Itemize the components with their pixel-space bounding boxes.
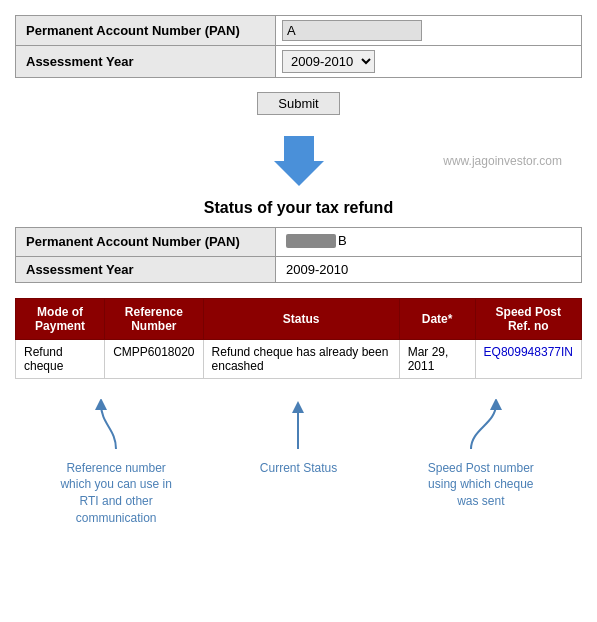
pan-label: Permanent Account Number (PAN) bbox=[16, 16, 276, 45]
pan-row: Permanent Account Number (PAN) bbox=[16, 16, 581, 46]
annotation-left-text: Reference number which you can use in RT… bbox=[56, 460, 176, 527]
pan-value-cell bbox=[276, 16, 581, 45]
annotation-section: Reference number which you can use in RT… bbox=[15, 399, 582, 527]
info-pan-row: Permanent Account Number (PAN) B bbox=[16, 228, 582, 257]
submit-row: Submit bbox=[15, 86, 582, 121]
info-pan-label: Permanent Account Number (PAN) bbox=[16, 228, 276, 257]
info-pan-value: B bbox=[276, 228, 582, 257]
annotation-right: Speed Post number using which cheque was… bbox=[390, 399, 572, 510]
table-header-row: Mode ofPayment ReferenceNumber Status Da… bbox=[16, 298, 582, 339]
col-status: Status bbox=[203, 298, 399, 339]
year-select[interactable]: 2009-2010 2008-2009 2010-2011 bbox=[282, 50, 375, 73]
info-table: Permanent Account Number (PAN) B Assessm… bbox=[15, 227, 582, 283]
down-arrow bbox=[274, 136, 324, 186]
cell-reference: CMPP6018020 bbox=[105, 339, 203, 378]
col-date: Date* bbox=[399, 298, 475, 339]
arrow-section: www.jagoinvestor.com bbox=[15, 131, 582, 191]
submit-button[interactable]: Submit bbox=[257, 92, 339, 115]
watermark: www.jagoinvestor.com bbox=[443, 154, 562, 168]
annotation-left: Reference number which you can use in RT… bbox=[25, 399, 207, 527]
arrow-head bbox=[274, 161, 324, 186]
info-year-row: Assessment Year 2009-2010 bbox=[16, 256, 582, 282]
pan-redacted: B bbox=[286, 233, 347, 248]
center-arrow bbox=[278, 399, 318, 452]
right-arrow bbox=[451, 399, 511, 452]
speedpost-link[interactable]: EQ809948377IN bbox=[484, 345, 573, 359]
refund-table: Mode ofPayment ReferenceNumber Status Da… bbox=[15, 298, 582, 379]
cell-status: Refund cheque has already been encashed bbox=[203, 339, 399, 378]
pan-input[interactable] bbox=[282, 20, 422, 41]
info-year-label: Assessment Year bbox=[16, 256, 276, 282]
table-row: Refund cheque CMPP6018020 Refund cheque … bbox=[16, 339, 582, 378]
status-heading: Status of your tax refund bbox=[15, 199, 582, 217]
col-mode: Mode ofPayment bbox=[16, 298, 105, 339]
pan-suffix: B bbox=[338, 233, 347, 248]
year-row: Assessment Year 2009-2010 2008-2009 2010… bbox=[16, 46, 581, 77]
year-label: Assessment Year bbox=[16, 46, 276, 77]
annotation-center-text: Current Status bbox=[260, 460, 337, 477]
arrow-shaft bbox=[284, 136, 314, 161]
annotation-right-text: Speed Post number using which cheque was… bbox=[421, 460, 541, 510]
col-reference: ReferenceNumber bbox=[105, 298, 203, 339]
year-value-cell: 2009-2010 2008-2009 2010-2011 bbox=[276, 46, 581, 77]
left-arrow bbox=[86, 399, 146, 452]
redact-bar-1 bbox=[286, 234, 336, 248]
cell-speedpost: EQ809948377IN bbox=[475, 339, 581, 378]
annotation-center: Current Status bbox=[207, 399, 389, 477]
info-year-value: 2009-2010 bbox=[276, 256, 582, 282]
cell-mode: Refund cheque bbox=[16, 339, 105, 378]
col-speedpost: Speed PostRef. no bbox=[475, 298, 581, 339]
cell-date: Mar 29, 2011 bbox=[399, 339, 475, 378]
input-form: Permanent Account Number (PAN) Assessmen… bbox=[15, 15, 582, 78]
